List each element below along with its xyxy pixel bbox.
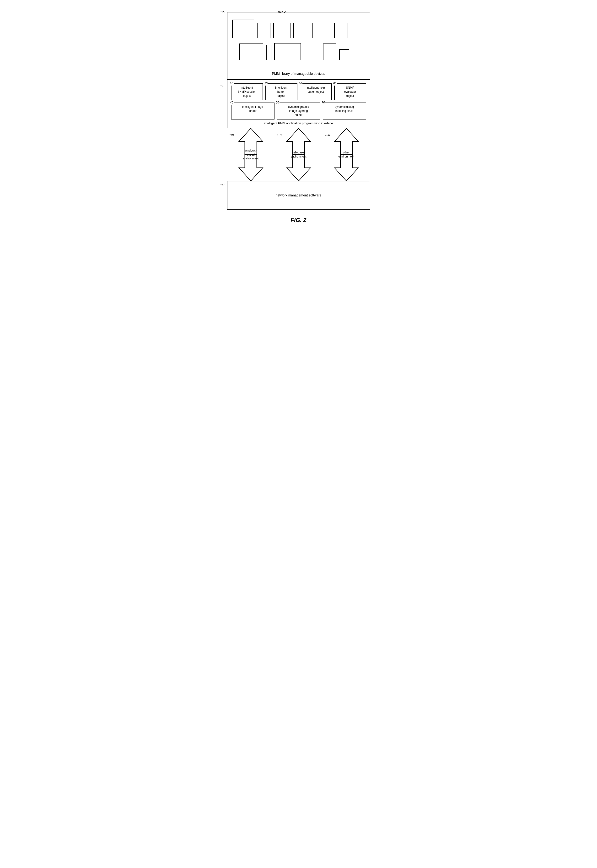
arrow-other: otherenvironment bbox=[330, 128, 363, 181]
section-100-label: PMM library of manageable devices bbox=[232, 72, 365, 76]
obj-intelligent-snmp-session: 10 intelligentSNMP sessionobject bbox=[231, 83, 263, 100]
svg-marker-2 bbox=[239, 155, 263, 181]
arrows-section: 104 windows-basedenvironment 106 bbox=[227, 128, 370, 181]
svg-marker-7 bbox=[287, 155, 310, 181]
ref-70: 70 bbox=[321, 101, 325, 105]
ref-102: 102 ↙ bbox=[278, 10, 286, 13]
obj-label: SNMPevaluatorobject bbox=[344, 86, 356, 98]
svg-marker-12 bbox=[334, 155, 358, 181]
ref-106: 106 bbox=[277, 133, 282, 137]
arrow-windows: windows-basedenvironment bbox=[234, 128, 267, 181]
obj-intelligent-image-loader: 40 intelligent imageloader bbox=[231, 103, 275, 119]
device-box bbox=[334, 23, 348, 38]
ref-104: 104 bbox=[229, 133, 235, 137]
obj-dynamic-graphic-image-layering: 50 dynamic graphicimage layeringobject bbox=[277, 103, 320, 119]
fig-caption: FIG. 2 bbox=[227, 217, 370, 223]
section-100-box: 100 102 ↙ PMM library of bbox=[227, 12, 370, 79]
ref-30: 30 bbox=[298, 82, 303, 86]
arrow-web: web-basedenvironment bbox=[282, 128, 315, 181]
arrow-col-other: 108 otherenvironment bbox=[325, 128, 368, 181]
page-container: 100 102 ↙ PMM library of bbox=[217, 5, 380, 235]
section-112-label: intelligent PMM application programming … bbox=[231, 121, 366, 125]
obj-snmp-evaluator: 60 SNMPevaluatorobject bbox=[334, 83, 366, 100]
obj-label: dynamic graphicimage layeringobject bbox=[288, 105, 309, 117]
device-box bbox=[274, 43, 301, 60]
device-box bbox=[232, 19, 254, 38]
ref-50: 50 bbox=[275, 101, 279, 105]
section-110-box: 110 network management software bbox=[227, 181, 370, 210]
device-box bbox=[339, 49, 349, 60]
device-box bbox=[304, 41, 320, 60]
ref-100: 100 bbox=[220, 10, 226, 13]
ref-108: 108 bbox=[325, 133, 330, 137]
obj-label: intelligent imageloader bbox=[242, 105, 263, 113]
ref-60: 60 bbox=[333, 82, 337, 86]
device-box bbox=[316, 23, 331, 38]
ref-112: 112 bbox=[220, 84, 226, 88]
arrow-col-web: 106 web-basedenvironment bbox=[277, 128, 320, 181]
device-box bbox=[257, 23, 270, 38]
ref-110: 110 bbox=[220, 183, 226, 187]
device-box bbox=[323, 43, 336, 60]
obj-label: intelligentbuttonobject bbox=[275, 86, 287, 98]
device-box bbox=[273, 23, 291, 38]
obj-label: intelligentSNMP sessionobject bbox=[238, 86, 256, 98]
section-112-box: 112 10 intelligentSNMP sessionobject 20 … bbox=[227, 79, 370, 128]
device-box bbox=[266, 45, 272, 60]
obj-intelligent-button: 20 intelligentbuttonobject bbox=[266, 83, 297, 100]
obj-dynamic-dialog-indexing: 70 dynamic dialogindexing class bbox=[323, 103, 366, 119]
obj-label: dynamic dialogindexing class bbox=[335, 105, 354, 113]
obj-intelligent-help-button: 30 intelligent helpbutton object bbox=[300, 83, 332, 100]
ref-40: 40 bbox=[230, 101, 234, 105]
section-110-label: network management software bbox=[232, 193, 365, 197]
device-box bbox=[293, 23, 313, 38]
ref-20: 20 bbox=[264, 82, 268, 86]
arrow-col-windows: 104 windows-basedenvironment bbox=[229, 128, 272, 181]
obj-label: intelligent helpbutton object bbox=[306, 86, 325, 94]
ref-10: 10 bbox=[230, 82, 234, 86]
device-box bbox=[239, 43, 263, 60]
